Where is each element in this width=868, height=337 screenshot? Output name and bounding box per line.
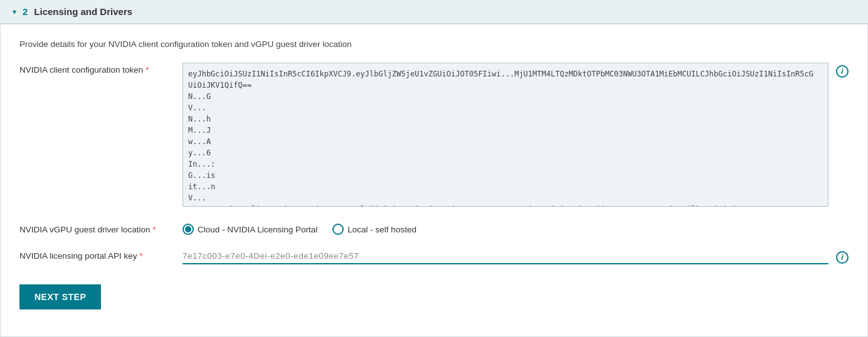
token-label: NVIDIA client configuration token * xyxy=(19,63,183,75)
api-key-label-text: NVIDIA licensing portal API key xyxy=(19,251,137,261)
section-title: Licensing and Drivers xyxy=(34,6,132,17)
token-form-group: NVIDIA client configuration token * eyJh… xyxy=(19,63,849,209)
token-label-text: NVIDIA client configuration token xyxy=(19,65,143,75)
driver-location-required-star: * xyxy=(153,225,156,234)
next-step-button[interactable]: NEXT STEP xyxy=(19,284,101,309)
driver-location-label-text: NVIDIA vGPU guest driver location xyxy=(19,225,151,234)
token-required-star: * xyxy=(146,65,149,75)
token-textarea[interactable]: eyJhbGciOiJSUzI1NiIsInR5cCI6IkpXVCJ9.eyJ… xyxy=(183,63,828,207)
token-info-icon[interactable]: i xyxy=(836,65,849,78)
api-key-info-icon[interactable]: i xyxy=(836,251,849,264)
driver-location-label: NVIDIA vGPU guest driver location * xyxy=(19,222,183,234)
driver-location-control-area: Cloud - NVIDIA Licensing Portal Local - … xyxy=(183,222,849,235)
radio-local-label: Local - self hosted xyxy=(347,225,416,234)
textarea-wrapper: eyJhbGciOiJSUzI1NiIsInR5cCI6IkpXVCJ9.eyJ… xyxy=(183,63,828,209)
chevron-icon: ▾ xyxy=(13,8,16,16)
radio-cloud-label: Cloud - NVIDIA Licensing Portal xyxy=(198,225,317,234)
section-header: ▾ 2 Licensing and Drivers xyxy=(0,0,868,24)
driver-location-form-group: NVIDIA vGPU guest driver location * Clou… xyxy=(19,222,849,235)
description-text: Provide details for your NVIDIA client c… xyxy=(19,39,849,49)
radio-group: Cloud - NVIDIA Licensing Portal Local - … xyxy=(183,222,416,235)
api-key-control-area: i xyxy=(183,249,849,264)
api-key-form-group: NVIDIA licensing portal API key * i xyxy=(19,249,849,264)
section-body: Provide details for your NVIDIA client c… xyxy=(0,24,868,337)
radio-cloud-input[interactable] xyxy=(183,224,194,235)
api-key-label: NVIDIA licensing portal API key * xyxy=(19,249,183,261)
api-key-input-wrapper xyxy=(183,249,828,264)
radio-local-input[interactable] xyxy=(332,224,344,235)
section-number: 2 xyxy=(23,6,28,17)
page-wrapper: ▾ 2 Licensing and Drivers Provide detail… xyxy=(0,0,868,337)
radio-cloud-option[interactable]: Cloud - NVIDIA Licensing Portal xyxy=(183,224,317,235)
radio-local-option[interactable]: Local - self hosted xyxy=(332,224,416,235)
token-control-area: eyJhbGciOiJSUzI1NiIsInR5cCI6IkpXVCJ9.eyJ… xyxy=(183,63,849,209)
api-key-required-star: * xyxy=(140,251,143,261)
api-key-input[interactable] xyxy=(183,249,828,264)
